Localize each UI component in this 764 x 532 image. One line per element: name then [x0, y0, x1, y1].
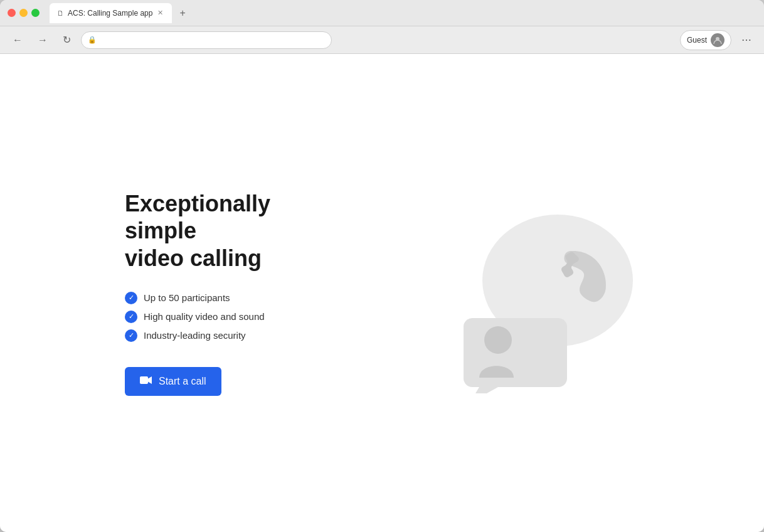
- start-call-label: Start a call: [159, 376, 206, 387]
- headline-line2: video calling: [125, 245, 262, 271]
- svg-rect-3: [464, 318, 567, 387]
- minimize-button[interactable]: [19, 9, 28, 17]
- feature-text-2: High quality video and sound: [144, 311, 265, 322]
- new-tab-button[interactable]: +: [174, 5, 190, 21]
- feature-text-1: Up to 50 participants: [144, 292, 230, 303]
- headline-line1: Exceptionally simple: [125, 191, 270, 243]
- feature-text-3: Industry-leading security: [144, 330, 246, 341]
- page-content: Exceptionally simple video calling ✓ Up …: [0, 54, 764, 532]
- start-call-button[interactable]: Start a call: [125, 367, 221, 396]
- illustration-svg: [388, 193, 639, 393]
- address-bar-row: ← → ↻ 🔒 Guest ⋯: [0, 26, 764, 54]
- illustration: [388, 193, 639, 393]
- check-icon-1: ✓: [125, 292, 137, 304]
- video-camera-icon: [140, 376, 152, 387]
- user-area: Guest ⋯: [680, 30, 756, 50]
- feature-item-1: ✓ Up to 50 participants: [125, 292, 338, 304]
- browser-menu-button[interactable]: ⋯: [736, 31, 756, 48]
- title-bar: 🗋 ACS: Calling Sample app ✕ +: [0, 0, 764, 26]
- features-list: ✓ Up to 50 participants ✓ High quality v…: [125, 292, 338, 342]
- right-side: [388, 193, 639, 393]
- lock-icon: 🔒: [88, 36, 97, 44]
- active-tab[interactable]: 🗋 ACS: Calling Sample app ✕: [50, 3, 172, 23]
- avatar: [711, 33, 724, 47]
- check-icon-3: ✓: [125, 329, 137, 342]
- traffic-lights: [8, 9, 40, 17]
- back-button[interactable]: ←: [8, 32, 28, 48]
- user-label: Guest: [687, 36, 707, 45]
- tab-close-button[interactable]: ✕: [156, 8, 164, 18]
- forward-button[interactable]: →: [33, 32, 53, 48]
- svg-rect-1: [140, 376, 148, 384]
- close-button[interactable]: [8, 9, 16, 17]
- tab-bar: 🗋 ACS: Calling Sample app ✕ +: [50, 3, 756, 23]
- feature-item-3: ✓ Industry-leading security: [125, 329, 338, 342]
- feature-item-2: ✓ High quality video and sound: [125, 311, 338, 323]
- tab-page-icon: 🗋: [57, 9, 64, 17]
- headline: Exceptionally simple video calling: [125, 190, 338, 272]
- left-side: Exceptionally simple video calling ✓ Up …: [125, 190, 338, 396]
- reload-button[interactable]: ↻: [58, 31, 76, 48]
- user-profile-button[interactable]: Guest: [680, 30, 731, 50]
- browser-window: 🗋 ACS: Calling Sample app ✕ + ← → ↻ 🔒 Gu…: [0, 0, 764, 532]
- check-icon-2: ✓: [125, 311, 137, 323]
- maximize-button[interactable]: [31, 9, 40, 17]
- svg-point-4: [484, 326, 512, 354]
- content-wrapper: Exceptionally simple video calling ✓ Up …: [100, 190, 664, 396]
- tab-title: ACS: Calling Sample app: [68, 9, 152, 18]
- address-bar[interactable]: 🔒: [81, 31, 332, 49]
